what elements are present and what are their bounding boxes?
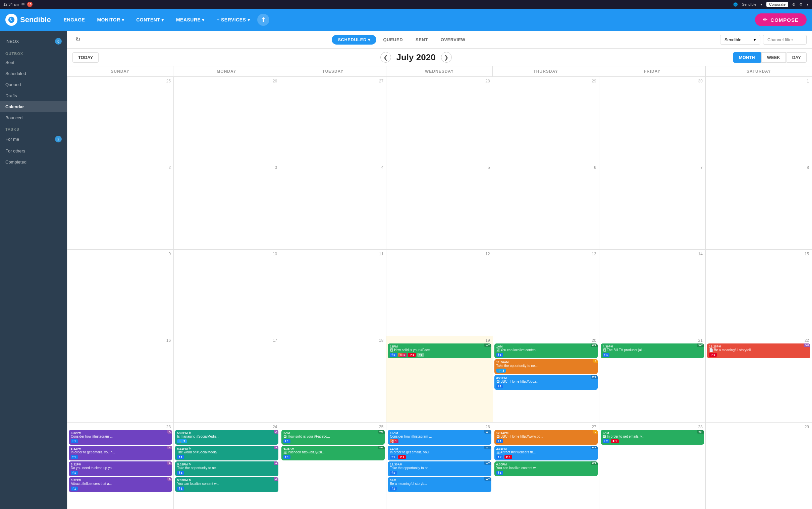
- event-jul27-1[interactable]: J 12:14PM 🖼 BBC - Home http://www.bb... …: [494, 430, 598, 445]
- prev-month-button[interactable]: ❮: [380, 52, 391, 63]
- cal-cell-jul6[interactable]: 6: [493, 163, 599, 250]
- cal-cell-jun27[interactable]: 27: [280, 77, 386, 163]
- cal-cell-jul19[interactable]: 19 WT 11PM 🖼 How solid is your #Face... …: [386, 336, 493, 422]
- tab-overview[interactable]: OVERVIEW: [435, 35, 472, 44]
- sendible-filter-arrow: ▾: [754, 37, 756, 42]
- next-month-button[interactable]: ❯: [441, 52, 452, 63]
- cal-cell-jul24[interactable]: 24 A 5:32PM ↻ Is managing #SocialMedia..…: [174, 422, 280, 509]
- settings-icon[interactable]: ⚙: [799, 2, 803, 7]
- sidebar-item-completed[interactable]: Completed: [0, 157, 67, 168]
- header-thursday: THURSDAY: [493, 66, 599, 76]
- event-jul26-2[interactable]: WT 12AM In order to get emails, you ... …: [388, 446, 491, 461]
- event-jul27-3[interactable]: WT 6:30PM You can localize content w... …: [494, 462, 598, 476]
- event-jul22-1[interactable]: DM 12:25PM 📄 Be a meaningful storytell..…: [707, 343, 810, 358]
- sidebar-item-sent[interactable]: Sent: [0, 57, 67, 68]
- cal-cell-jun30[interactable]: 30: [599, 77, 706, 163]
- event-jul19-1[interactable]: WT 11PM 🖼 How solid is your #Face... f 1…: [388, 343, 491, 358]
- sidebar-item-for-me[interactable]: For me 2: [0, 133, 67, 145]
- engage-button[interactable]: ENGAGE: [59, 14, 90, 25]
- cal-cell-jul10[interactable]: 10: [174, 250, 280, 336]
- measure-button[interactable]: MEASURE ▾: [171, 14, 209, 25]
- event-jul20-2[interactable]: J 11:56AM Take the opportunity to ne... …: [494, 359, 598, 374]
- cal-cell-jul21[interactable]: 21 WT 4:39PM 🖼 The Bill TV producer jail…: [599, 336, 706, 422]
- cal-cell-jul13[interactable]: 13: [493, 250, 599, 336]
- cal-cell-jul3[interactable]: 3: [174, 163, 280, 250]
- cal-cell-jul2[interactable]: 2: [67, 163, 174, 250]
- cal-cell-jul26[interactable]: 26 WT 12AM Consider how #Instagram ... ◎…: [386, 422, 493, 509]
- cal-cell-jun28[interactable]: 28: [386, 77, 493, 163]
- event-jul26-1[interactable]: WT 12AM Consider how #Instagram ... ◎ 1: [388, 430, 491, 445]
- cal-cell-jul23[interactable]: 23 A 5:32PM Consider how #Instagram ... …: [67, 422, 174, 509]
- event-jul20-3[interactable]: WT 3:26PM 🖼 BBC - Home http://bbc.i... f…: [494, 375, 598, 390]
- cal-cell-jul27[interactable]: 27 J 12:14PM 🖼 BBC - Home http://www.bb.…: [493, 422, 599, 509]
- corporate-button[interactable]: Corporate: [767, 2, 788, 7]
- event-jul21-1[interactable]: WT 4:39PM 🖼 The Bill TV producer jail...…: [601, 343, 704, 358]
- today-button[interactable]: TODAY: [72, 52, 99, 63]
- refresh-button[interactable]: ↻: [72, 34, 83, 45]
- event-jul20-1[interactable]: WT 1AM 🖼 You can localize conten... f 1: [494, 343, 598, 358]
- cal-cell-jul28[interactable]: 28 WT 2AM 🖼 In order to get emails, y...…: [599, 422, 706, 509]
- event-jul23-3[interactable]: A 5:32PM Do you need to clean up yo... f…: [69, 462, 172, 476]
- day-view-button[interactable]: DAY: [786, 52, 807, 63]
- event-jul23-1[interactable]: A 5:32PM Consider how #Instagram ... f 1: [69, 430, 172, 445]
- month-view-button[interactable]: MONTH: [733, 52, 761, 63]
- sidebar-item-bounced[interactable]: Bounced: [0, 112, 67, 123]
- cal-cell-jul12[interactable]: 12: [386, 250, 493, 336]
- monitor-button[interactable]: MONITOR ▾: [92, 14, 129, 25]
- event-jul26-3[interactable]: WT 12:30AM Take the opportunity to ne...…: [388, 462, 491, 476]
- cal-cell-jun29[interactable]: 29: [493, 77, 599, 163]
- sidebar-item-inbox[interactable]: INBOX 0: [0, 35, 67, 47]
- cal-cell-jul16[interactable]: 16: [67, 336, 174, 422]
- sidebar-item-for-others[interactable]: For others: [0, 145, 67, 157]
- sidebar-item-scheduled[interactable]: Scheduled: [0, 68, 67, 79]
- sendible-filter-dropdown[interactable]: Sendible ▾: [720, 35, 760, 44]
- cal-cell-jul22[interactable]: 22 DM 12:25PM 📄 Be a meaningful storytel…: [706, 336, 812, 422]
- event-jul27-2[interactable]: WT 2:31PM 🖼 Attract #Influencers th... f…: [494, 446, 598, 461]
- tab-sent[interactable]: SENT: [409, 35, 434, 44]
- cal-cell-jul29[interactable]: 29: [706, 422, 812, 509]
- view-toggle: MONTH WEEK DAY: [733, 52, 807, 63]
- event-jul23-2[interactable]: A 5:32PM In order to get emails, you h..…: [69, 446, 172, 461]
- event-jul26-4[interactable]: WT 5AM Be a meaningful storyb... f 1: [388, 477, 491, 492]
- services-button[interactable]: + SERVICES ▾: [212, 14, 255, 25]
- sidebar-outbox-section: OUTBOX: [0, 47, 67, 57]
- channel-filter-input[interactable]: [763, 35, 807, 44]
- cal-cell-jul5[interactable]: 5: [386, 163, 493, 250]
- cal-cell-jul14[interactable]: 14: [599, 250, 706, 336]
- cal-cell-jul8[interactable]: 8: [706, 163, 812, 250]
- event-jul25-1[interactable]: WT 2AM 🖼 How solid is your #Facebo... f …: [281, 430, 385, 445]
- event-jul25-2[interactable]: WT 6:35AM 🖼 Pusheen http://bit.ly/2u... …: [281, 446, 385, 461]
- compose-button[interactable]: ✏ COMPOSE: [755, 13, 807, 26]
- content-button[interactable]: CONTENT ▾: [131, 14, 169, 25]
- upload-button[interactable]: ⬆: [257, 14, 269, 26]
- tab-scheduled[interactable]: SCHEDULED ▾: [332, 35, 376, 44]
- tab-queued[interactable]: QUEUED: [377, 35, 409, 44]
- calendar-body: 25 26 27 28 29 30 1 2 3 4 5 6 7 8 9 10 1…: [67, 77, 812, 509]
- cal-cell-jul9[interactable]: 9: [67, 250, 174, 336]
- sidebar-item-drafts[interactable]: Drafts: [0, 90, 67, 101]
- cal-cell-jul11[interactable]: 11: [280, 250, 386, 336]
- sidebar-item-calendar[interactable]: Calendar: [0, 101, 67, 112]
- cal-cell-jun25[interactable]: 25: [67, 77, 174, 163]
- event-jul28-1[interactable]: WT 2AM 🖼 In order to get emails, y... f …: [601, 430, 704, 445]
- sidebar-item-queued[interactable]: Queued: [0, 79, 67, 90]
- month-title: July 2020: [397, 52, 436, 63]
- week-view-button[interactable]: WEEK: [761, 52, 786, 63]
- cal-cell-jul4[interactable]: 4: [280, 163, 386, 250]
- cal-cell-jun26[interactable]: 26: [174, 77, 280, 163]
- event-jul24-4[interactable]: A 5:32PM ↻ You can localize content w...…: [175, 477, 278, 492]
- event-jul24-1[interactable]: A 5:32PM ↻ Is managing #SocialMedia... 🐦…: [175, 430, 278, 445]
- cal-cell-jul25[interactable]: 25 WT 2AM 🖼 How solid is your #Facebo...…: [280, 422, 386, 509]
- event-jul24-2[interactable]: A 5:32PM ↻ The world of #SocialMedia... …: [175, 446, 278, 461]
- cal-cell-jul1[interactable]: 1: [706, 77, 812, 163]
- cal-cell-jul18[interactable]: 18: [280, 336, 386, 422]
- cal-cell-jul7[interactable]: 7: [599, 163, 706, 250]
- cal-cell-jul15[interactable]: 15: [706, 250, 812, 336]
- logo-icon: S: [5, 14, 18, 26]
- cal-cell-jul20[interactable]: 20 WT 1AM 🖼 You can localize conten... f…: [493, 336, 599, 422]
- calendar-nav: TODAY ❮ July 2020 ❯ MONTH WEEK DAY: [67, 48, 812, 66]
- notification-icon: ✉: [22, 2, 25, 7]
- cal-cell-jul17[interactable]: 17: [174, 336, 280, 422]
- event-jul23-4[interactable]: A 5:32PM Attract #Influencers that a... …: [69, 477, 172, 492]
- event-jul24-3[interactable]: A 5:32PM ↻ Take the opportunity to ne...…: [175, 462, 278, 476]
